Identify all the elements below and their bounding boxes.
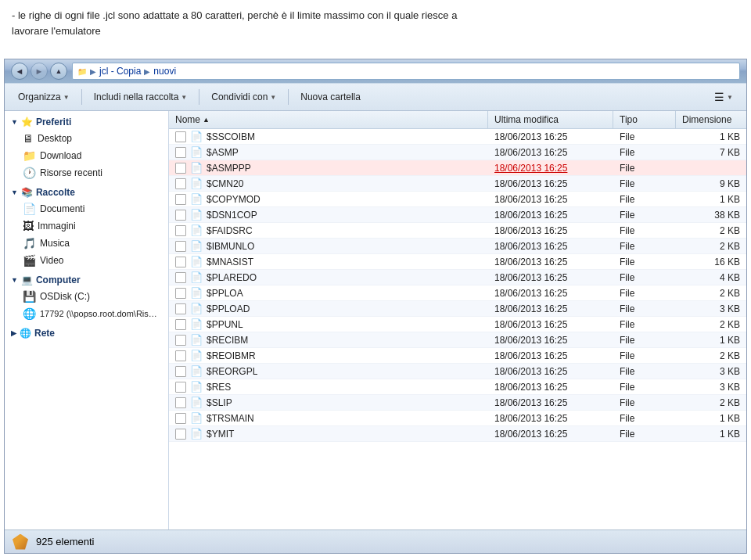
table-row[interactable]: 📄$RES18/06/2013 16:25File3 KB xyxy=(169,379,746,395)
file-size-cell: 1 KB xyxy=(676,192,746,206)
breadcrumb-jcl[interactable]: jcl - Copia xyxy=(99,66,141,77)
file-checkbox[interactable] xyxy=(175,178,186,189)
file-name: $REOIBMR xyxy=(207,350,256,361)
documenti-label: Documenti xyxy=(40,203,84,214)
sep3 xyxy=(288,89,289,105)
file-checkbox[interactable] xyxy=(175,382,186,393)
folder-icon: 📁 xyxy=(77,67,87,76)
sidebar-item-osdisk[interactable]: 💾 OSDisk (C:) xyxy=(5,288,168,305)
back-button[interactable]: ◄ xyxy=(11,63,28,80)
file-date-cell: 18/06/2013 16:25 xyxy=(488,224,613,238)
file-checkbox[interactable] xyxy=(175,210,186,221)
file-checkbox[interactable] xyxy=(175,257,186,267)
organizza-button[interactable]: Organizza ▼ xyxy=(11,87,77,107)
rete-arrow: ▶ xyxy=(11,329,16,337)
sidebar-item-risorse-recenti[interactable]: 🕐 Risorse recenti xyxy=(5,164,168,181)
file-name-cell: 📄$IBMUNLO xyxy=(169,239,488,253)
sidebar-item-musica[interactable]: 🎵 Musica xyxy=(5,235,168,252)
table-row[interactable]: 📄$ASMPPP18/06/2013 16:25File xyxy=(169,160,746,176)
raccolte-header[interactable]: ▼ 📚 Raccolte xyxy=(5,185,168,200)
file-checkbox[interactable] xyxy=(175,288,186,299)
file-type-cell: File xyxy=(613,239,676,253)
preferiti-header[interactable]: ▼ ⭐ Preferiti xyxy=(5,114,168,130)
col-ultima-modifica[interactable]: Ultima modifica xyxy=(488,111,613,128)
file-date-cell: 18/06/2013 16:25 xyxy=(488,286,613,300)
file-type-cell: File xyxy=(613,333,676,347)
table-row[interactable]: 📄$SLIP18/06/2013 16:25File2 KB xyxy=(169,395,746,411)
table-row[interactable]: 📄$FAIDSRC18/06/2013 16:25File2 KB xyxy=(169,223,746,239)
sidebar-item-desktop[interactable]: 🖥 Desktop xyxy=(5,130,168,147)
table-row[interactable]: 📄$SSCOIBM18/06/2013 16:25File1 KB xyxy=(169,129,746,145)
sidebar-item-immagini[interactable]: 🖼 Immagini xyxy=(5,217,168,235)
table-row[interactable]: 📄$PPLOA18/06/2013 16:25File2 KB xyxy=(169,285,746,301)
forward-button[interactable]: ► xyxy=(31,63,48,80)
file-icon: 📄 xyxy=(190,162,203,174)
file-name: $TRSMAIN xyxy=(207,413,254,424)
desktop-icon: 🖥 xyxy=(23,132,34,145)
table-row[interactable]: 📄$REOIBMR18/06/2013 16:25File2 KB xyxy=(169,348,746,364)
nuova-cartella-label: Nuova cartella xyxy=(300,92,361,102)
file-checkbox[interactable] xyxy=(175,131,186,142)
file-checkbox[interactable] xyxy=(175,429,186,440)
includi-button[interactable]: Includi nella raccolta ▼ xyxy=(87,87,195,107)
table-row[interactable]: 📄$REORGPL18/06/2013 16:25File3 KB xyxy=(169,364,746,379)
table-row[interactable]: 📄$MNASIST18/06/2013 16:25File16 KB xyxy=(169,254,746,270)
table-row[interactable]: 📄$IBMUNLO18/06/2013 16:25File2 KB xyxy=(169,239,746,254)
file-checkbox[interactable] xyxy=(175,397,186,408)
sidebar-item-network-drive[interactable]: 🌐 17792 (\\popso.root.dom\Risorse\0920\D… xyxy=(5,305,168,322)
file-date: 18/06/2013 16:25 xyxy=(494,303,567,314)
file-type: File xyxy=(620,350,634,361)
computer-header[interactable]: ▼ 💻 Computer xyxy=(5,272,168,288)
file-date: 18/06/2013 16:25 xyxy=(494,335,567,346)
sidebar-item-download[interactable]: 📁 Download xyxy=(5,147,168,164)
file-date: 18/06/2013 16:25 xyxy=(494,413,567,424)
file-type-cell: File xyxy=(613,396,676,410)
file-checkbox[interactable] xyxy=(175,303,186,314)
documenti-icon: 📄 xyxy=(23,203,36,215)
col-tipo[interactable]: Tipo xyxy=(613,111,676,128)
nuova-cartella-button[interactable]: Nuova cartella xyxy=(293,87,368,107)
file-name-cell: 📄$YMIT xyxy=(169,426,488,441)
file-checkbox[interactable] xyxy=(175,413,186,424)
file-checkbox[interactable] xyxy=(175,366,186,377)
table-row[interactable]: 📄$PPLOAD18/06/2013 16:25File3 KB xyxy=(169,301,746,317)
up-button[interactable]: ▲ xyxy=(50,63,67,80)
file-checkbox[interactable] xyxy=(175,225,186,236)
file-checkbox[interactable] xyxy=(175,319,186,330)
table-row[interactable]: 📄$COPYMOD18/06/2013 16:25File1 KB xyxy=(169,192,746,207)
file-checkbox[interactable] xyxy=(175,241,186,252)
file-checkbox[interactable] xyxy=(175,194,186,205)
sidebar-item-video[interactable]: 🎬 Video xyxy=(5,252,168,269)
table-row[interactable]: 📄$CMN2018/06/2013 16:25File9 KB xyxy=(169,176,746,192)
condividi-button[interactable]: Condividi con ▼ xyxy=(204,87,283,107)
rete-header[interactable]: ▶ 🌐 Rete xyxy=(5,325,168,341)
file-size: 3 KB xyxy=(720,382,740,393)
table-row[interactable]: 📄$RECIBM18/06/2013 16:25File1 KB xyxy=(169,332,746,348)
table-row[interactable]: 📄$TRSMAIN18/06/2013 16:25File1 KB xyxy=(169,411,746,426)
view-button[interactable]: ☰ ▼ xyxy=(707,87,740,107)
table-row[interactable]: 📄$YMIT18/06/2013 16:25File1 KB xyxy=(169,426,746,442)
file-size-cell: 1 KB xyxy=(676,333,746,347)
file-date: 18/06/2013 16:25 xyxy=(494,241,567,252)
file-checkbox[interactable] xyxy=(175,163,186,174)
table-row[interactable]: 📄$ASMP18/06/2013 16:25File7 KB xyxy=(169,145,746,160)
file-date-cell: 18/06/2013 16:25 xyxy=(488,255,613,269)
file-type-cell: File xyxy=(613,208,676,222)
risorse-recenti-icon: 🕐 xyxy=(23,167,36,179)
breadcrumb-nuovi[interactable]: nuovi xyxy=(153,66,176,77)
table-row[interactable]: 📄$DSN1COP18/06/2013 16:25File38 KB xyxy=(169,207,746,223)
col-dimensione[interactable]: Dimensione xyxy=(676,111,746,128)
file-name: $PPUNL xyxy=(207,319,243,330)
table-row[interactable]: 📄$PLAREDO18/06/2013 16:25File4 KB xyxy=(169,270,746,285)
file-checkbox[interactable] xyxy=(175,272,186,283)
file-list-area: Nome ▲ Ultima modifica Tipo Dimensione 📄… xyxy=(169,111,746,529)
preferiti-label: Preferiti xyxy=(36,117,71,127)
file-checkbox[interactable] xyxy=(175,335,186,346)
col-nome[interactable]: Nome ▲ xyxy=(169,111,488,128)
file-checkbox[interactable] xyxy=(175,147,186,158)
table-row[interactable]: 📄$PPUNL18/06/2013 16:25File2 KB xyxy=(169,317,746,332)
sidebar-item-documenti[interactable]: 📄 Documenti xyxy=(5,200,168,217)
file-date-cell: 18/06/2013 16:25 xyxy=(488,130,613,144)
file-checkbox[interactable] xyxy=(175,350,186,361)
address-bar[interactable]: 📁 ▶ jcl - Copia ▶ nuovi xyxy=(72,63,740,80)
